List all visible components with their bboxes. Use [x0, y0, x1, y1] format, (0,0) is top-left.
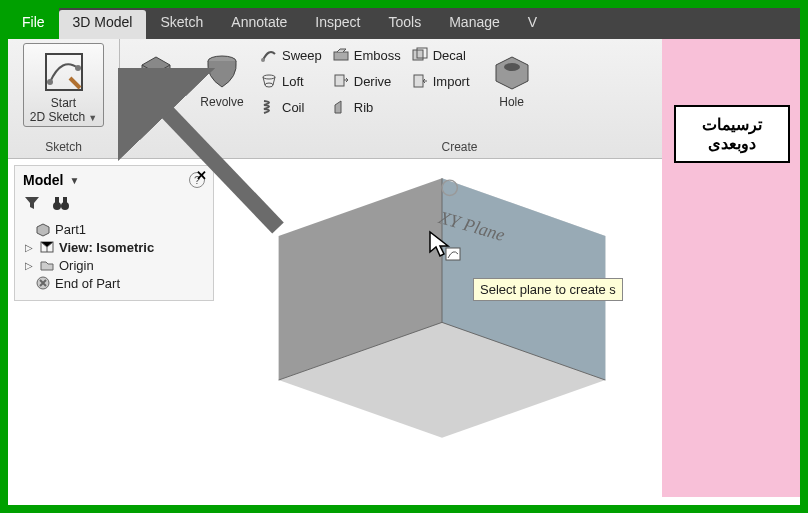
rib-button[interactable]: Rib: [330, 97, 403, 117]
tab-tools[interactable]: Tools: [375, 8, 436, 39]
annotation-panel: ترسیمات دوبعدی: [662, 39, 802, 497]
tree-node-end-of-part[interactable]: End of Part: [19, 274, 209, 292]
folder-icon: [39, 257, 55, 273]
import-button[interactable]: Import: [409, 71, 472, 91]
tab-sketch[interactable]: Sketch: [146, 8, 217, 39]
rib-icon: [332, 98, 350, 116]
extrude-label: Extrude: [135, 95, 176, 109]
svg-rect-15: [55, 197, 59, 203]
annotation-text-2: دوبعدی: [684, 134, 780, 153]
tree-node-origin[interactable]: ▷ Origin: [19, 256, 209, 274]
start-sketch-icon: [40, 48, 88, 96]
annotation-box: ترسیمات دوبعدی: [674, 105, 790, 163]
loft-icon: [260, 72, 278, 90]
derive-label: Derive: [354, 74, 392, 89]
revolve-icon: [198, 47, 246, 95]
browser-title: Model: [23, 172, 63, 188]
binoculars-icon[interactable]: [51, 194, 71, 212]
coil-icon: [260, 98, 278, 116]
import-icon: [411, 72, 429, 90]
chevron-down-icon[interactable]: ▼: [69, 175, 79, 186]
expander-icon[interactable]: ▷: [25, 242, 35, 253]
svg-point-4: [261, 58, 265, 62]
panel-label-sketch: Sketch: [14, 138, 113, 154]
end-of-part-icon: [35, 275, 51, 291]
tree-label: End of Part: [55, 276, 120, 291]
svg-point-13: [53, 202, 61, 210]
loft-button[interactable]: Loft: [258, 71, 324, 91]
hole-label: Hole: [499, 95, 524, 109]
view-icon: [39, 239, 55, 255]
start-2d-sketch-label-2: 2D Sketch: [30, 110, 85, 124]
tab-file[interactable]: File: [8, 8, 59, 39]
coil-button[interactable]: Coil: [258, 97, 324, 117]
svg-rect-7: [334, 52, 348, 60]
svg-point-14: [61, 202, 69, 210]
part-icon: [35, 221, 51, 237]
tab-view[interactable]: V: [514, 8, 551, 39]
derive-button[interactable]: Derive: [330, 71, 403, 91]
revolve-label: Revolve: [200, 95, 243, 109]
start-2d-sketch-label-1: Start: [51, 96, 76, 110]
hole-icon: [488, 47, 536, 95]
filter-icon[interactable]: [23, 194, 41, 212]
import-label: Import: [433, 74, 470, 89]
svg-rect-11: [414, 75, 423, 87]
emboss-label: Emboss: [354, 48, 401, 63]
tab-annotate[interactable]: Annotate: [217, 8, 301, 39]
decal-button[interactable]: Decal: [409, 45, 472, 65]
sweep-button[interactable]: Sweep: [258, 45, 324, 65]
start-2d-sketch-button[interactable]: Start 2D Sketch▼: [23, 43, 104, 127]
extrude-button[interactable]: Extrude: [126, 43, 186, 113]
hole-button[interactable]: Hole: [482, 43, 542, 113]
svg-point-12: [504, 63, 520, 71]
tab-3d-model[interactable]: 3D Model: [59, 10, 147, 39]
tree-node-part[interactable]: Part1: [19, 220, 209, 238]
svg-point-2: [75, 65, 81, 71]
extrude-icon: [132, 47, 180, 95]
close-icon[interactable]: ✕: [196, 168, 207, 183]
revolve-button[interactable]: Revolve: [192, 43, 252, 113]
emboss-button[interactable]: Emboss: [330, 45, 403, 65]
tree-label: Part1: [55, 222, 86, 237]
tree-node-view[interactable]: ▷ View: Isometric: [19, 238, 209, 256]
tooltip: Select plane to create s: [473, 278, 623, 301]
svg-point-1: [47, 79, 53, 85]
tab-manage[interactable]: Manage: [435, 8, 514, 39]
tab-inspect[interactable]: Inspect: [301, 8, 374, 39]
rib-label: Rib: [354, 100, 374, 115]
sweep-label: Sweep: [282, 48, 322, 63]
tree-label: View: Isometric: [59, 240, 154, 255]
main-tabs: File 3D Model Sketch Annotate Inspect To…: [8, 8, 800, 39]
svg-point-6: [265, 83, 273, 87]
decal-label: Decal: [433, 48, 466, 63]
loft-label: Loft: [282, 74, 304, 89]
svg-rect-8: [335, 75, 344, 86]
decal-icon: [411, 46, 429, 64]
tree-label: Origin: [59, 258, 94, 273]
svg-rect-16: [63, 197, 67, 203]
model-browser: ✕ Model ▼ ? Part1 ▷ View: Isometr: [14, 165, 214, 301]
annotation-text-1: ترسیمات: [684, 115, 780, 134]
browser-tree: Part1 ▷ View: Isometric ▷ Origin End of …: [15, 218, 213, 300]
expander-icon[interactable]: ▷: [25, 260, 35, 271]
derive-icon: [332, 72, 350, 90]
coil-label: Coil: [282, 100, 304, 115]
svg-point-5: [263, 75, 275, 79]
emboss-icon: [332, 46, 350, 64]
chevron-down-icon: ▼: [88, 113, 97, 123]
cursor-icon: [426, 230, 466, 270]
sweep-icon: [260, 46, 278, 64]
